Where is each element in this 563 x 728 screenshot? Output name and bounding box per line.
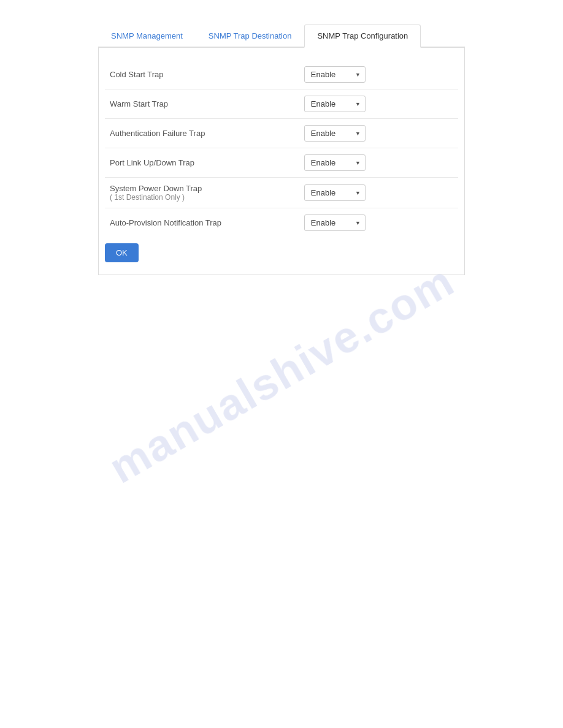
tab-snmp-management[interactable]: SNMP Management <box>98 25 196 47</box>
select-wrapper-port-link-up-down-trap: EnableDisable <box>304 154 366 171</box>
select-cold-start-trap[interactable]: EnableDisable <box>304 66 366 83</box>
field-label-auto-provision-notification-trap: Auto-Provision Notification Trap <box>105 208 299 238</box>
field-label-system-power-down-trap: System Power Down Trap( 1st Destination … <box>105 178 299 208</box>
select-warm-start-trap[interactable]: EnableDisable <box>304 96 366 112</box>
select-port-link-up-down-trap[interactable]: EnableDisable <box>304 154 366 171</box>
select-wrapper-auto-provision-notification-trap: EnableDisable <box>304 214 366 231</box>
select-wrapper-authentication-failure-trap: EnableDisable <box>304 125 366 142</box>
tabs: SNMP ManagementSNMP Trap DestinationSNMP… <box>98 25 465 48</box>
form-row-warm-start-trap: Warm Start TrapEnableDisable <box>105 89 458 119</box>
field-control-system-power-down-trap: EnableDisable <box>299 178 458 208</box>
select-wrapper-warm-start-trap: EnableDisable <box>304 96 366 112</box>
tab-snmp-trap-destination[interactable]: SNMP Trap Destination <box>196 25 305 47</box>
field-control-cold-start-trap: EnableDisable <box>299 60 458 89</box>
field-control-auto-provision-notification-trap: EnableDisable <box>299 208 458 238</box>
select-auto-provision-notification-trap[interactable]: EnableDisable <box>304 214 366 231</box>
select-wrapper-cold-start-trap: EnableDisable <box>304 66 366 83</box>
page-container: SNMP ManagementSNMP Trap DestinationSNMP… <box>0 0 563 300</box>
ok-button[interactable]: OK <box>105 243 139 262</box>
field-control-port-link-up-down-trap: EnableDisable <box>299 148 458 178</box>
field-label-warm-start-trap: Warm Start Trap <box>105 89 299 119</box>
form-row-auto-provision-notification-trap: Auto-Provision Notification TrapEnableDi… <box>105 208 458 238</box>
form-row-cold-start-trap: Cold Start TrapEnableDisable <box>105 60 458 89</box>
field-control-warm-start-trap: EnableDisable <box>299 89 458 119</box>
field-control-authentication-failure-trap: EnableDisable <box>299 119 458 148</box>
field-label-port-link-up-down-trap: Port Link Up/Down Trap <box>105 148 299 178</box>
form-row-authentication-failure-trap: Authentication Failure TrapEnableDisable <box>105 119 458 148</box>
form-row-system-power-down-trap: System Power Down Trap( 1st Destination … <box>105 178 458 208</box>
field-label-secondary-system-power-down-trap: ( 1st Destination Only ) <box>110 193 294 202</box>
field-label-cold-start-trap: Cold Start Trap <box>105 60 299 89</box>
content-area: Cold Start TrapEnableDisableWarm Start T… <box>98 48 465 275</box>
select-wrapper-system-power-down-trap: EnableDisable <box>304 184 366 201</box>
field-label-authentication-failure-trap: Authentication Failure Trap <box>105 119 299 148</box>
select-authentication-failure-trap[interactable]: EnableDisable <box>304 125 366 142</box>
select-system-power-down-trap[interactable]: EnableDisable <box>304 184 366 201</box>
form-table: Cold Start TrapEnableDisableWarm Start T… <box>105 60 458 237</box>
tab-snmp-trap-configuration[interactable]: SNMP Trap Configuration <box>304 25 421 48</box>
form-row-port-link-up-down-trap: Port Link Up/Down TrapEnableDisable <box>105 148 458 178</box>
